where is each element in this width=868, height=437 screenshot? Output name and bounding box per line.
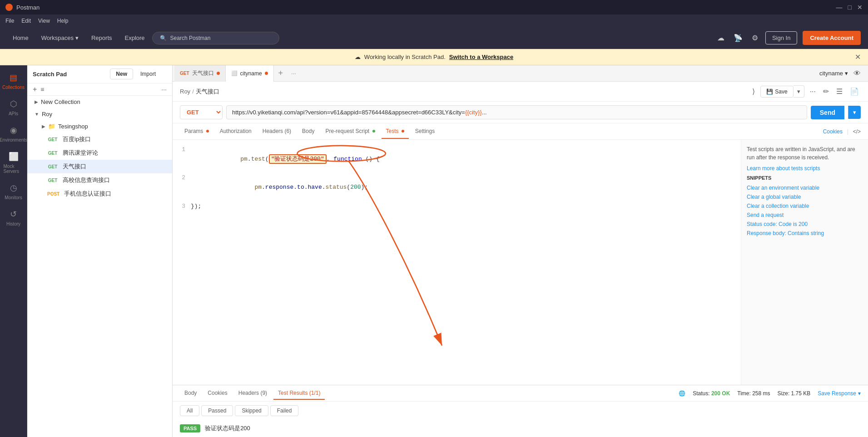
tabs-bar: GET 天气接口 ⬜ cityname + ··· cityname ▾ 👁 bbox=[173, 65, 868, 82]
tree-item-roy[interactable]: ▼ Roy bbox=[27, 108, 172, 120]
req-tab-headers[interactable]: Headers (6) bbox=[258, 124, 296, 139]
nav-home[interactable]: Home bbox=[7, 32, 34, 44]
sidebar-item-monitors[interactable]: ◷ Monitors bbox=[2, 179, 25, 204]
right-panel: Test scripts are written in JavaScript, … bbox=[741, 140, 868, 385]
filter-failed[interactable]: Failed bbox=[270, 405, 299, 416]
tab-cityname[interactable]: ⬜ cityname bbox=[226, 65, 274, 82]
method-select[interactable]: GET POST PUT DELETE bbox=[180, 105, 223, 119]
snippet-send-request[interactable]: Send a request bbox=[747, 211, 863, 220]
menu-edit[interactable]: Edit bbox=[21, 18, 31, 24]
req-tab-body[interactable]: Body bbox=[298, 124, 319, 139]
filter-passed[interactable]: Passed bbox=[201, 405, 233, 416]
collections-icon: ▤ bbox=[10, 73, 17, 83]
sidebar-item-apis[interactable]: ⬡ APIs bbox=[2, 95, 25, 120]
panel-header: Scratch Pad New Import bbox=[27, 65, 172, 83]
top-nav: Home Workspaces ▾ Reports Explore 🔍 Sear… bbox=[0, 27, 868, 49]
tree-item-new-collection[interactable]: ▶ New Collection bbox=[27, 96, 172, 108]
satellite-icon[interactable]: 📡 bbox=[732, 32, 744, 44]
sort-icon[interactable]: ≡ bbox=[40, 86, 44, 93]
banner-link[interactable]: Switch to a Workspace bbox=[449, 54, 513, 60]
menu-view[interactable]: View bbox=[38, 18, 50, 24]
right-panel-toggle[interactable]: ⟩ bbox=[750, 85, 757, 98]
tab-unsaved-dot bbox=[217, 72, 220, 75]
env-selector[interactable]: cityname ▾ bbox=[819, 70, 848, 77]
snippet-clear-collection[interactable]: Clear a collection variable bbox=[747, 201, 863, 211]
send-button[interactable]: Send bbox=[811, 106, 844, 119]
filter-all[interactable]: All bbox=[180, 405, 199, 416]
edit-icon[interactable]: ✏ bbox=[821, 85, 831, 98]
banner-close-icon[interactable]: ✕ bbox=[855, 53, 861, 61]
cookies-link[interactable]: Cookies bbox=[823, 128, 843, 135]
req-tab-settings[interactable]: Settings bbox=[411, 124, 439, 139]
nav-reports[interactable]: Reports bbox=[86, 32, 118, 44]
learn-more-link[interactable]: Learn more about tests scripts bbox=[747, 165, 820, 172]
send-dropdown-btn[interactable]: ▾ bbox=[848, 106, 861, 119]
maximize-btn[interactable]: □ bbox=[848, 4, 852, 11]
close-btn[interactable]: ✕ bbox=[857, 4, 863, 11]
settings-icon[interactable]: ⚙ bbox=[750, 32, 760, 44]
save-button[interactable]: 💾 Save bbox=[760, 86, 793, 98]
bottom-tab-test-results[interactable]: Test Results (1/1) bbox=[273, 387, 325, 400]
import-button[interactable]: Import bbox=[135, 69, 161, 79]
cloud-icon[interactable]: ☁ bbox=[715, 32, 726, 44]
sidebar-item-history[interactable]: ↺ History bbox=[2, 206, 25, 230]
request-header: Roy / 天气接口 ⟩ 💾 Save ▾ ··· ✏ ☰ 📄 bbox=[173, 82, 868, 102]
tree-item-tencent-review[interactable]: GET 腾讯课堂评论 bbox=[27, 146, 172, 160]
snippet-response-body[interactable]: Response body: Contains string bbox=[747, 229, 863, 238]
save-response-btn[interactable]: Save Response ▾ bbox=[818, 390, 861, 397]
bottom-tab-headers[interactable]: Headers (9) bbox=[234, 387, 272, 400]
add-collection-btn[interactable]: + bbox=[33, 85, 37, 93]
tree-item-baidu-ip[interactable]: GET 百度ip接口 bbox=[27, 133, 172, 146]
tree-item-tesingshop[interactable]: ▶ 📁 Tesingshop bbox=[27, 120, 172, 133]
sign-in-button[interactable]: Sign In bbox=[765, 31, 797, 44]
code-editor[interactable]: 1 pm.test("验证状态码是200", function () { 2 p… bbox=[173, 140, 741, 385]
nav-explore[interactable]: Explore bbox=[119, 32, 150, 44]
save-dropdown-btn[interactable]: ▾ bbox=[794, 85, 804, 98]
filter-tabs: All Passed Skipped Failed bbox=[173, 402, 868, 420]
bottom-tabs: Body Cookies Headers (9) Test Results (1… bbox=[173, 385, 868, 402]
search-placeholder: Search Postman bbox=[170, 35, 211, 41]
pre-request-dot bbox=[372, 130, 375, 133]
url-variable: {{city}} bbox=[465, 109, 482, 116]
add-tab-btn[interactable]: + bbox=[274, 69, 288, 78]
xml-btn[interactable]: </> bbox=[853, 128, 861, 135]
sidebar-collections-label: Collections bbox=[2, 85, 25, 90]
more-options-icon[interactable]: ··· bbox=[161, 86, 167, 93]
method-badge: GET bbox=[45, 137, 60, 142]
description-icon[interactable]: ☰ bbox=[834, 85, 844, 98]
bottom-tab-cookies[interactable]: Cookies bbox=[203, 387, 232, 400]
minimize-btn[interactable]: — bbox=[836, 4, 843, 11]
tree-item-weather-api[interactable]: GET 天气接口 bbox=[27, 160, 172, 173]
search-box[interactable]: 🔍 Search Postman bbox=[152, 32, 279, 44]
eye-icon[interactable]: 👁 bbox=[852, 68, 863, 79]
create-account-button[interactable]: Create Account bbox=[803, 31, 861, 45]
bottom-tab-body[interactable]: Body bbox=[180, 387, 201, 400]
more-actions-icon[interactable]: ··· bbox=[808, 86, 818, 98]
req-tab-authorization[interactable]: Authorization bbox=[215, 124, 256, 139]
menu-file[interactable]: File bbox=[5, 18, 14, 24]
more-tabs-btn[interactable]: ··· bbox=[288, 70, 300, 77]
url-input[interactable]: https://v0.yiketianqi.com/api?version=v6… bbox=[226, 105, 807, 119]
req-tab-pre-request[interactable]: Pre-request Script bbox=[321, 124, 379, 139]
document-icon[interactable]: 📄 bbox=[848, 85, 861, 98]
tab-weather-api[interactable]: GET 天气接口 bbox=[174, 65, 226, 82]
tree-item-phone-auth[interactable]: POST 手机信息认证接口 bbox=[27, 187, 172, 201]
sidebar-item-mock-servers[interactable]: ⬜ Mock Servers bbox=[2, 148, 25, 177]
nav-workspaces[interactable]: Workspaces ▾ bbox=[36, 32, 84, 44]
params-dot bbox=[206, 130, 209, 133]
req-tab-tests[interactable]: Tests bbox=[382, 124, 409, 139]
new-button[interactable]: New bbox=[110, 69, 133, 79]
snippet-clear-global[interactable]: Clear a global variable bbox=[747, 192, 863, 201]
filter-skipped[interactable]: Skipped bbox=[235, 405, 268, 416]
req-tab-params[interactable]: Params bbox=[180, 124, 213, 139]
sidebar-environments-label: Environments bbox=[0, 137, 27, 142]
snippet-status-200[interactable]: Status code: Code is 200 bbox=[747, 220, 863, 229]
snippet-clear-env[interactable]: Clear an environment variable bbox=[747, 183, 863, 192]
sidebar-item-collections[interactable]: ▤ Collections bbox=[2, 69, 25, 93]
menu-help[interactable]: Help bbox=[57, 18, 69, 24]
breadcrumb: Roy / 天气接口 bbox=[180, 88, 219, 96]
tab-method-get: GET bbox=[180, 71, 189, 76]
sidebar-item-environments[interactable]: ◉ Environments bbox=[2, 122, 25, 146]
banner: ☁ Working locally in Scratch Pad. Switch… bbox=[0, 49, 868, 65]
tree-item-university-api[interactable]: GET 高校信息查询接口 bbox=[27, 173, 172, 187]
